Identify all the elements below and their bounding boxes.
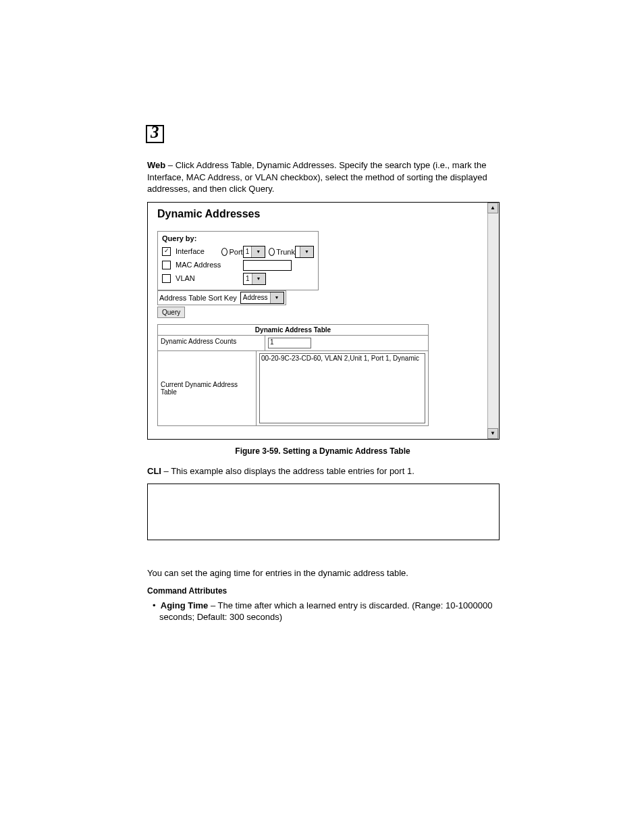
dat-heading: Dynamic Address Table — [158, 325, 428, 336]
vlan-checkbox[interactable] — [162, 274, 171, 283]
vlan-select-value: 1 — [244, 275, 252, 282]
vlan-label: VLAN — [176, 274, 195, 282]
port-label: Port — [229, 248, 242, 256]
cli-label: CLI — [147, 466, 161, 476]
cli-instructions: CLI – This example also displays the add… — [147, 465, 498, 477]
scrollbar[interactable]: ▲ ▼ — [487, 203, 499, 439]
web-instructions: Web – Click Address Table, Dynamic Addre… — [147, 159, 498, 195]
dynamic-addresses-panel-screenshot: ▲ ▼ Dynamic Addresses Query by: ✓ Interf… — [147, 202, 500, 440]
dat-row-0: 00-20-9C-23-CD-60, VLAN 2,Unit 1, Port 1… — [261, 355, 419, 362]
dat-counts-value: 1 — [268, 338, 311, 348]
panel-title: Dynamic Addresses — [157, 208, 260, 220]
chapter-number: 3 — [151, 124, 159, 140]
figure-caption: Figure 3-59. Setting a Dynamic Address T… — [147, 446, 498, 456]
query-button[interactable]: Query — [157, 307, 185, 318]
aging-time-bullet: • Aging Time – The time after which a le… — [150, 600, 498, 623]
interface-checkbox[interactable]: ✓ — [162, 247, 171, 256]
cli-text: – This example also displays the address… — [161, 466, 414, 476]
mac-label: MAC Address — [176, 261, 221, 269]
sort-key-label: Address Table Sort Key — [159, 293, 237, 301]
chevron-down-icon: ▼ — [300, 246, 313, 257]
sort-key-value: Address — [241, 294, 270, 301]
chevron-down-icon: ▼ — [270, 292, 284, 303]
trunk-radio[interactable] — [269, 248, 275, 256]
dat-list[interactable]: 00-20-9C-23-CD-60, VLAN 2,Unit 1, Port 1… — [259, 353, 425, 423]
command-attributes-heading: Command Attributes — [147, 586, 498, 596]
query-by-box: Query by: ✓ Interface Port 1▼ Trunk ▼ MA… — [157, 231, 319, 290]
aging-time-label: Aging Time — [161, 600, 209, 610]
dat-counts-label: Dynamic Address Counts — [158, 336, 265, 350]
interface-label: Interface — [176, 247, 205, 255]
port-select-value: 1 — [244, 248, 252, 255]
web-label: Web — [147, 160, 165, 170]
aging-intro: You can set the aging time for entries i… — [147, 567, 498, 579]
dynamic-address-table: Dynamic Address Table Dynamic Address Co… — [157, 324, 429, 426]
port-select[interactable]: 1▼ — [243, 246, 266, 258]
mac-input[interactable] — [243, 260, 292, 271]
aging-time-text: – The time after which a learned entry i… — [159, 600, 492, 623]
scroll-down-button[interactable]: ▼ — [487, 428, 498, 439]
dat-current-label: Current Dynamic Address Table — [158, 351, 257, 425]
trunk-select[interactable]: ▼ — [295, 246, 314, 258]
vlan-select[interactable]: 1▼ — [243, 273, 266, 285]
chevron-down-icon: ▼ — [252, 273, 265, 284]
port-radio[interactable] — [221, 248, 227, 256]
sort-key-row: Address Table Sort Key Address▼ — [157, 290, 286, 305]
mac-checkbox[interactable] — [162, 261, 171, 269]
trunk-label: Trunk — [276, 248, 295, 256]
cli-output-box — [147, 484, 500, 540]
web-instructions-text: – Click Address Table, Dynamic Addresses… — [147, 160, 487, 194]
sort-key-select[interactable]: Address▼ — [240, 292, 284, 304]
chevron-down-icon: ▼ — [251, 246, 265, 257]
query-by-label: Query by: — [162, 234, 314, 242]
scroll-up-button[interactable]: ▲ — [487, 203, 498, 213]
